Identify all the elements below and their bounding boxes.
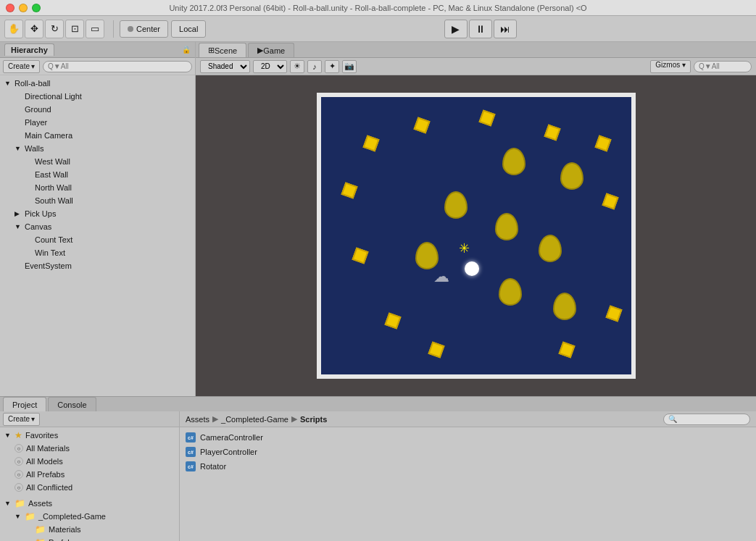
center-button[interactable]: Center xyxy=(120,20,168,38)
bumper-1 xyxy=(502,148,526,175)
tree-item-east-wall[interactable]: East Wall xyxy=(0,168,195,181)
scene-viewport[interactable]: ✳ ☁ xyxy=(196,75,756,396)
tree-label-prefabs: Prefabs xyxy=(49,538,76,541)
lock-icon[interactable]: 🔒 xyxy=(182,46,191,54)
arrow-assets: ▼ xyxy=(4,500,14,507)
camera-btn[interactable]: 📷 xyxy=(342,60,357,73)
gizmos-label: Gizmos ▾ xyxy=(655,61,686,69)
2d-dropdown[interactable]: 2D xyxy=(253,60,287,73)
tree-item-all-materials[interactable]: ○ All Materials xyxy=(0,442,179,455)
lighting-btn[interactable]: ☀ xyxy=(290,60,304,73)
maximize-button[interactable] xyxy=(32,4,41,12)
project-tab[interactable]: Project xyxy=(3,397,46,411)
console-tab-label: Console xyxy=(57,400,86,409)
breadcrumb-assets[interactable]: Assets xyxy=(186,415,209,424)
tree-item-directional-light[interactable]: Directional Light xyxy=(0,90,195,103)
shaded-dropdown[interactable]: Shaded xyxy=(200,60,250,73)
tree-label-main-camera: Main Camera xyxy=(25,131,72,140)
tree-item-count-text[interactable]: Count Text xyxy=(0,233,195,246)
scene-search-input[interactable] xyxy=(694,61,752,72)
hierarchy-tree: ▼ Roll-a-ball Directional Light Ground P… xyxy=(0,75,195,396)
bottom-panel: Project Console Create ▾ ▼ ★ Favorites xyxy=(0,396,756,541)
tree-item-south-wall[interactable]: South Wall xyxy=(0,194,195,207)
tree-item-ground[interactable]: Ground xyxy=(0,103,195,116)
assets-folder-icon: 📁 xyxy=(14,498,25,508)
tree-item-player[interactable]: Player xyxy=(0,116,195,129)
tree-item-all-prefabs[interactable]: ○ All Prefabs xyxy=(0,468,179,481)
bumper-7 xyxy=(499,278,522,306)
tree-item-materials[interactable]: 📁 Materials xyxy=(0,523,179,536)
tree-item-prefabs[interactable]: 📁 Prefabs xyxy=(0,536,179,541)
center-label: Center xyxy=(136,25,160,33)
cs-icon-player-controller: c# xyxy=(186,447,196,457)
step-button[interactable]: ⏭ xyxy=(494,20,517,38)
tree-item-pick-ups[interactable]: ▶ Pick Ups xyxy=(0,207,195,220)
project-tab-label: Project xyxy=(12,400,37,409)
hierarchy-create-button[interactable]: Create ▾ xyxy=(3,60,40,73)
tree-item-assets[interactable]: ▼ 📁 Assets xyxy=(0,497,179,510)
game-tab[interactable]: ▶ Game xyxy=(248,43,294,57)
collectible-12 xyxy=(605,305,622,322)
scene-tab[interactable]: ⊞ Scene xyxy=(199,43,246,57)
create-arrow: ▾ xyxy=(31,62,35,70)
scene-game-tabs: ⊞ Scene ▶ Game xyxy=(196,42,756,58)
bumper-2 xyxy=(560,162,583,190)
scale-tool[interactable]: ⊡ xyxy=(65,20,84,38)
rotate-tool[interactable]: ↻ xyxy=(45,20,64,38)
close-button[interactable] xyxy=(6,4,14,12)
bumper-4 xyxy=(415,242,439,269)
file-item-rotator[interactable]: c# Rotator xyxy=(183,459,753,474)
bumper-3 xyxy=(444,191,468,219)
hierarchy-tab[interactable]: Hierarchy xyxy=(4,43,54,56)
tree-item-win-text[interactable]: Win Text xyxy=(0,246,195,259)
collectible-3 xyxy=(478,109,495,126)
center-dot xyxy=(128,26,133,32)
minimize-button[interactable] xyxy=(19,4,28,12)
tree-item-favorites[interactable]: ▼ ★ Favorites xyxy=(0,429,179,442)
all-prefabs-icon: ○ xyxy=(14,470,23,479)
tree-item-all-models[interactable]: ○ All Models xyxy=(0,455,179,468)
scene-toolbar: Shaded 2D ☀ ♪ ✦ 📷 Gizmos ▾ xyxy=(196,58,756,75)
console-tab[interactable]: Console xyxy=(48,397,96,411)
tree-label-player: Player xyxy=(25,118,47,127)
window-title: Unity 2017.2.0f3 Personal (64bit) - Roll… xyxy=(169,4,586,12)
collectible-10 xyxy=(428,341,444,358)
tree-item-walls[interactable]: ▼ Walls xyxy=(0,142,195,155)
bumper-5 xyxy=(495,213,518,240)
breadcrumb-completed-game[interactable]: _Completed-Game xyxy=(221,415,288,424)
arrow-completed-game: ▼ xyxy=(14,513,25,520)
tree-item-event-system[interactable]: EventSystem xyxy=(0,259,195,272)
tree-item-west-wall[interactable]: West Wall xyxy=(0,155,195,168)
tree-item-canvas[interactable]: ▼ Canvas xyxy=(0,220,195,233)
tree-label-win-text: Win Text xyxy=(35,248,65,257)
gizmos-button[interactable]: Gizmos ▾ xyxy=(650,60,691,73)
tree-label-pick-ups: Pick Ups xyxy=(25,209,56,218)
project-create-button[interactable]: Create ▾ xyxy=(3,413,40,426)
tree-label-walls: Walls xyxy=(25,144,43,153)
tree-item-north-wall[interactable]: North Wall xyxy=(0,181,195,194)
move-tool[interactable]: ✥ xyxy=(25,20,43,38)
file-item-player-controller[interactable]: c# PlayerController xyxy=(183,445,753,459)
tree-item-roll-a-ball[interactable]: ▼ Roll-a-ball xyxy=(0,77,195,90)
breadcrumb-scripts[interactable]: Scripts xyxy=(300,415,327,424)
player-ball xyxy=(465,261,479,276)
project-search-input[interactable] xyxy=(663,414,750,425)
tree-item-completed-game[interactable]: ▼ 📁 _Completed-Game xyxy=(0,510,179,523)
hand-tool[interactable]: ✋ xyxy=(4,20,23,38)
tree-label-all-materials: All Materials xyxy=(26,444,70,453)
tree-item-main-camera[interactable]: Main Camera xyxy=(0,129,195,142)
project-left-toolbar: Create ▾ xyxy=(0,411,179,427)
rect-tool[interactable]: ▭ xyxy=(86,20,104,38)
tree-label-count-text: Count Text xyxy=(35,235,72,244)
scene-tab-icon: ⊞ xyxy=(208,46,215,55)
play-button[interactable]: ▶ xyxy=(444,20,468,38)
local-button[interactable]: Local xyxy=(171,20,206,38)
tree-item-all-conflicted[interactable]: ○ All Conflicted xyxy=(0,481,179,494)
audio-btn[interactable]: ♪ xyxy=(307,60,322,73)
collectible-6 xyxy=(341,182,357,198)
effects-btn[interactable]: ✦ xyxy=(325,60,339,73)
file-item-camera-controller[interactable]: c# CameraController xyxy=(183,430,753,445)
game-tab-icon: ▶ xyxy=(257,46,263,55)
pause-button[interactable]: ⏸ xyxy=(469,20,492,38)
hierarchy-search[interactable] xyxy=(43,61,192,72)
